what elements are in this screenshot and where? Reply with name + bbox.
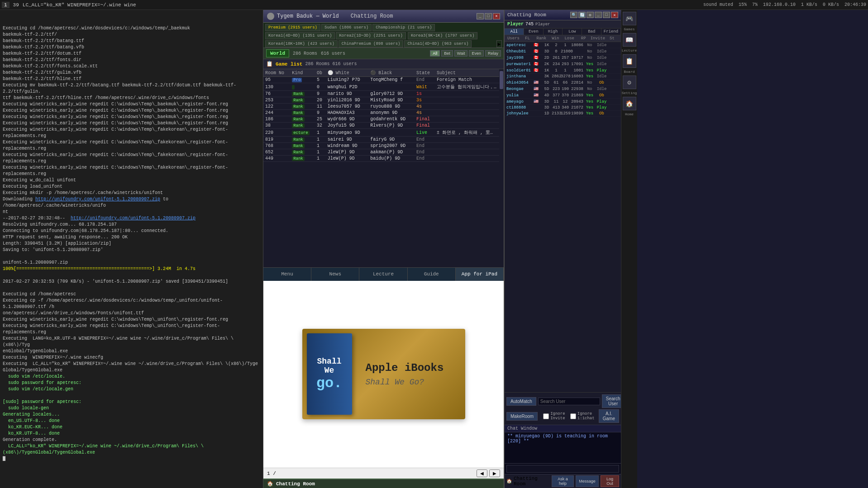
table-row[interactable]: 449 Rank 1 JleW(P) 9D baidu(P) 9D End [263,156,499,162]
server-tab-premium[interactable]: Premium (2915 users) [265,24,320,31]
col-kind: Kind [290,69,315,77]
sidebar-home-icon[interactable]: 🏠 [623,97,636,110]
filter-tab-even[interactable]: Even [524,28,544,35]
table-row[interactable]: 186 Rank 25 wydr666 9D godahrentk 9D Fin… [263,116,499,123]
filter-wait[interactable]: Wait [454,50,468,57]
server-tab-chinapremium[interactable]: ChinaPremium (898 users) [339,40,404,47]
filter-tab-high[interactable]: High [544,28,563,35]
table-row[interactable]: 220 ecture 1 minyuegao 9D Live ± 화면로 , 화… [263,129,499,137]
url-link[interactable]: http://unifoundry.com/unifont-5.1.200809… [71,216,196,221]
filter-bet[interactable]: Bet [441,50,453,57]
book-preview: Shall We go. Apple iBooks Shall We Go? [302,329,465,419]
player-name: purewater1 [506,62,534,66]
player-lose: 66 [561,81,570,85]
table-row[interactable]: 38 Rank 32 Joyfu15 9D Rlvers(P) 9D Final [263,123,499,129]
player-list-item[interactable]: jay1998 🇨🇦 2D 261 257 19717 No Idle [505,55,621,61]
table-row[interactable]: 76 Rank 9 narito 9D glory0712 9D 1s [263,91,499,97]
cell-white: sairei 9D [326,137,369,143]
sidebar-lecture-icon[interactable]: 📖 [623,33,636,47]
rt-maximize[interactable]: □ [603,12,610,18]
cell-room: 768 [263,143,290,149]
player-list-item[interactable]: apetresc 🇨🇦 1K 2 1 18086 No Idle [505,42,621,48]
player-list-item[interactable]: Beongae 🇺🇸 5D 223 190 22938 No Idle [505,86,621,92]
message-button[interactable]: Message [576,475,599,487]
terminal-line: Generation complete. [3,437,260,443]
nav-guide[interactable]: Guide [408,268,456,281]
player-win: 1 [552,68,561,73]
rt-minimize[interactable]: 🔍 [570,12,577,18]
url-link[interactable]: http://unifoundry.com/unifont-5.1.200809… [35,197,160,202]
game-client: Tygem Baduk — World Chatting Room _ □ ✕ … [263,10,504,488]
ai-game-button[interactable]: A.I. Game [599,409,619,423]
server-tab-korea4[interactable]: Korea4(18K~10K) (423 users) [265,40,338,47]
table-row[interactable]: 652 Rank 1 JleW(P) 9D aakman(P) 9D End [263,149,499,156]
game-titlebar: Tygem Baduk — World Chatting Room _ □ ✕ [263,10,504,23]
logout-button[interactable]: Log Out [601,475,619,487]
game-table-body: 95 Pro 5 LiuXing7 P7D TongMCheng f End F… [263,77,499,162]
search-input[interactable] [538,398,600,405]
rt-minimize2[interactable]: _ [595,12,602,18]
sidebar-games-icon[interactable]: 🎮 [623,12,636,25]
automatch-button[interactable]: AutoMatch [506,397,536,406]
table-row[interactable]: 244 Rank 9 HAOHAOXIA3 anonymn 9D 4s [263,110,499,116]
player-label: Player [507,22,524,27]
table-row[interactable]: 768 Rank 1 windream 9D spring2007 9D End [263,143,499,149]
table-row[interactable]: 253 Rank 20 yinli2016 9D MistyRoad 9D 3s [263,97,499,104]
world-label[interactable]: World [266,49,289,57]
server-tab-china1[interactable]: China1(4D~8D) (963 users) [404,40,472,47]
filter-all[interactable]: All [430,50,440,57]
filter-tab-all[interactable]: All [505,28,524,35]
cell-state: End [415,143,435,149]
ignore-invite-checkbox[interactable] [543,413,549,419]
server-scroll-right[interactable]: ▶ [496,40,502,47]
makeroom-button[interactable]: MakeRoom [506,412,538,421]
player-list-item[interactable]: johnywlee 1D 2133 1259 19899 Yes Ob [505,111,621,117]
nav-lecture[interactable]: Lecture [359,268,407,281]
table-row[interactable]: 122 Rank 11 leesu7057 9D ruyou888 9D 4s [263,104,499,110]
player-list-item[interactable]: ohio43054 🇺🇸 5D 61 66 22814 No Ob [505,80,621,86]
maximize-button[interactable]: □ [485,13,492,19]
player-rank: 2K [542,62,552,66]
chat-window: Chat Window ** minyuegao (9D) is teachin… [505,425,621,488]
minimize-button[interactable]: _ [477,13,484,19]
filter-tab-friend[interactable]: Friend [601,28,621,35]
search-user-button[interactable]: Search User [602,394,621,408]
close-button[interactable]: ✕ [493,13,500,19]
filter-relay[interactable]: Relay [485,50,501,57]
sidebar-setting-icon[interactable]: ⚙️ [623,76,636,89]
table-row[interactable]: 95 Pro 5 LiuXing7 P7D TongMCheng f End F… [263,77,499,83]
player-list-item[interactable]: purewater1 🇨🇦 2K 234 293 17091 Yes Idle [505,61,621,67]
ignore-chat-checkbox[interactable] [570,413,576,419]
player-list-item[interactable]: ameyago 🇺🇸 3D 11 12 20943 Yes Play [505,99,621,105]
prev-page-button[interactable]: ◀ [477,469,487,477]
player-list-item[interactable]: Chheub81 🇨🇦 3D 0 21000 No Idle [505,48,621,55]
player-lose: 1 [561,43,570,47]
table-row[interactable]: 819 Rank 1 sairei 9D fairyG 9D End [263,137,499,143]
ask-help-button[interactable]: Ask a help [552,475,574,487]
game-table-scrollbar[interactable] [499,69,504,267]
filter-even[interactable]: Even [469,50,484,57]
filter-tab-bad[interactable]: Bad [582,28,601,35]
rt-close[interactable]: ✕ [611,12,618,18]
nav-news[interactable]: News [311,268,359,281]
nav-menu[interactable]: Menu [263,268,311,281]
nav-app-ipad[interactable]: App for iPad [456,268,504,281]
chat-text-input[interactable] [506,465,619,473]
rt-refresh[interactable]: 🔄 [578,12,586,18]
player-list-item[interactable]: cti88888 3D 413 340 21072 Yes Play [505,105,621,111]
rt-settings[interactable]: ⚙ [587,12,594,18]
sidebar-board-icon[interactable]: 📋 [623,54,636,68]
player-win: 2133 [552,111,561,116]
server-tab-sudan[interactable]: Sudan (1806 users) [321,24,372,31]
player-list-item[interactable]: jinthana 3K 2862 3278 16003 Yes Idle [505,74,621,80]
server-tab-korea1[interactable]: Korea1(4D~8D) (1351 users) [265,32,335,39]
next-page-button[interactable]: ▶ [489,469,500,477]
server-tab-championship[interactable]: Championship (21 users) [372,24,435,31]
player-list-item[interactable]: ssoldier01 🇨🇦 1K 1 1 1001 Yes Play [505,67,621,74]
server-tab-korea3[interactable]: Korea3(9K~1K) (1797 users) [408,32,477,39]
server-tab-korea2[interactable]: Korea2(1D~3D) (2251 users) [336,32,405,39]
filter-tab-low[interactable]: Low [563,28,582,35]
terminal-panel[interactable]: Executing cd /home/apetresc/.wine/dosdev… [0,10,263,488]
player-list-item[interactable]: yulia 🇺🇸 4D 377 370 21869 Yes Ob [505,92,621,99]
table-row[interactable]: 130 0 wanghui P2D Wait 고수분들 협의게임입니다，里7 3… [263,83,499,91]
